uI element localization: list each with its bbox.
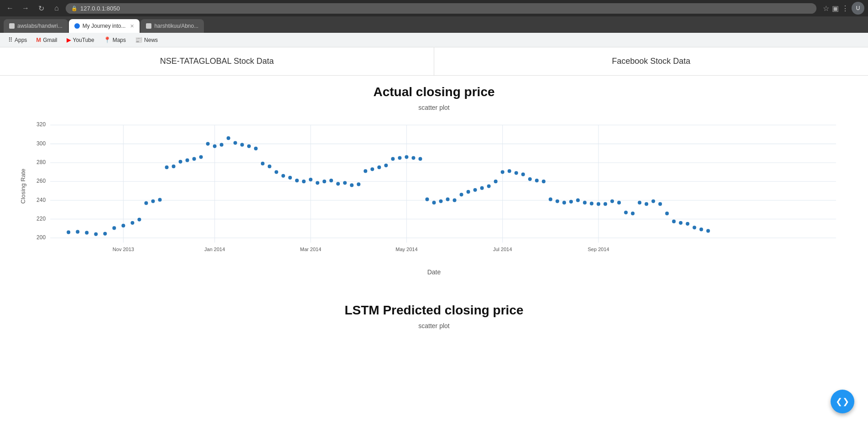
x-label-jul2014: Jul 2014: [493, 247, 512, 252]
data-point: [473, 188, 477, 192]
data-point: [583, 201, 587, 205]
nav-facebook-label: Facebook Stock Data: [612, 57, 690, 66]
tab-harshtikuu[interactable]: harshtikuu/Abno...: [140, 19, 204, 33]
bookmark-news-label: News: [144, 37, 158, 43]
stock-nav: NSE-TATAGLOBAL Stock Data Facebook Stock…: [0, 47, 868, 76]
back-button[interactable]: ←: [4, 2, 16, 15]
data-point: [672, 220, 676, 223]
bookmark-youtube[interactable]: ▶ YouTube: [63, 35, 98, 45]
data-point: [508, 169, 511, 173]
nav-next-icon: ❯: [842, 396, 849, 406]
data-point: [535, 179, 539, 182]
actual-chart-title: Actual closing price: [18, 85, 850, 99]
bookmark-apps-label: Apps: [15, 37, 27, 43]
tabs-bar: awslabs/handwri... My Journey into... ✕ …: [0, 16, 868, 33]
data-point: [590, 202, 593, 206]
maps-icon: 📍: [104, 36, 111, 43]
data-point: [501, 170, 504, 174]
extensions-button[interactable]: ▣: [832, 2, 839, 15]
data-point: [467, 190, 470, 194]
nav-tata[interactable]: NSE-TATAGLOBAL Stock Data: [0, 47, 434, 75]
data-point: [432, 201, 436, 205]
data-point: [405, 155, 408, 159]
data-point: [121, 224, 125, 227]
data-point: [322, 180, 326, 183]
data-point: [624, 211, 628, 214]
data-point: [288, 176, 292, 180]
profile-avatar[interactable]: U: [852, 2, 864, 15]
y-label-320: 320: [36, 121, 46, 128]
data-point: [275, 170, 278, 174]
page-content: NSE-TATAGLOBAL Stock Data Facebook Stock…: [0, 47, 868, 427]
data-point: [316, 181, 319, 185]
data-point: [556, 199, 559, 203]
data-point: [645, 202, 648, 206]
data-point: [336, 182, 340, 185]
data-point: [172, 165, 176, 168]
data-point: [528, 177, 532, 181]
y-axis-title: Closing Rate: [20, 169, 26, 204]
data-point: [610, 199, 614, 203]
data-point: [597, 202, 600, 206]
x-label-mar2014: Mar 2014: [300, 247, 321, 252]
tab-myjourney[interactable]: My Journey into... ✕: [69, 19, 140, 33]
x-label-jan2014: Jan 2014: [204, 247, 225, 252]
reload-button[interactable]: ↻: [35, 2, 47, 15]
data-point: [137, 218, 141, 221]
forward-button[interactable]: →: [19, 2, 32, 15]
data-point: [213, 144, 217, 148]
floating-nav-button[interactable]: ❮ ❯: [831, 390, 854, 413]
x-axis-label: Date: [18, 268, 850, 276]
data-point: [206, 142, 210, 145]
data-point: [329, 179, 333, 182]
data-point: [679, 221, 682, 225]
bookmark-gmail-label: Gmail: [43, 37, 57, 43]
address-bar[interactable]: 🔒 127.0.0.1:8050: [66, 3, 816, 14]
data-point: [460, 193, 463, 196]
x-label-sep2014: Sep 2014: [588, 247, 609, 252]
data-point: [576, 198, 580, 202]
bookmark-maps[interactable]: 📍 Maps: [100, 35, 130, 45]
data-point: [638, 201, 641, 205]
data-point: [85, 231, 88, 235]
data-point: [384, 164, 388, 167]
star-button[interactable]: ☆: [823, 2, 829, 15]
x-label-may2014: May 2014: [395, 247, 417, 252]
bookmark-gmail[interactable]: M Gmail: [32, 35, 61, 45]
browser-actions: ☆ ▣ ⋮ U: [823, 2, 864, 15]
data-point: [295, 179, 299, 182]
data-point: [446, 197, 450, 201]
data-point: [247, 144, 251, 148]
bookmark-news[interactable]: 📰 News: [131, 35, 161, 45]
y-label-240: 240: [36, 196, 46, 203]
data-point: [309, 178, 312, 181]
x-label-nov2013: Nov 2013: [113, 247, 134, 252]
data-point: [562, 201, 566, 205]
home-button[interactable]: ⌂: [50, 2, 63, 15]
tab-close-myjourney[interactable]: ✕: [130, 23, 134, 29]
bookmark-apps[interactable]: ⠿ Apps: [5, 35, 31, 45]
data-point: [281, 174, 285, 178]
apps-icon: ⠿: [8, 36, 13, 43]
tab-favicon-myjourney: [74, 23, 80, 29]
data-point: [425, 197, 429, 201]
data-point: [227, 136, 230, 140]
data-point: [377, 165, 381, 169]
data-point: [549, 197, 552, 201]
y-label-280: 280: [36, 159, 46, 165]
data-point: [658, 202, 662, 206]
data-point: [692, 226, 696, 229]
data-point: [186, 159, 189, 162]
y-label-300: 300: [36, 140, 46, 147]
actual-chart-container: 200 220 240 260 280 300 320 Closing Rate…: [18, 120, 850, 266]
nav-facebook[interactable]: Facebook Stock Data: [434, 47, 868, 75]
bookmark-maps-label: Maps: [113, 37, 126, 43]
menu-button[interactable]: ⋮: [842, 2, 849, 15]
data-point: [364, 169, 367, 173]
nav-prev-icon: ❮: [836, 396, 842, 406]
data-point: [144, 201, 148, 205]
data-point: [254, 147, 258, 150]
tab-awslabs[interactable]: awslabs/handwri...: [4, 19, 68, 33]
bookmark-youtube-label: YouTube: [73, 37, 94, 43]
y-label-260: 260: [36, 178, 46, 184]
